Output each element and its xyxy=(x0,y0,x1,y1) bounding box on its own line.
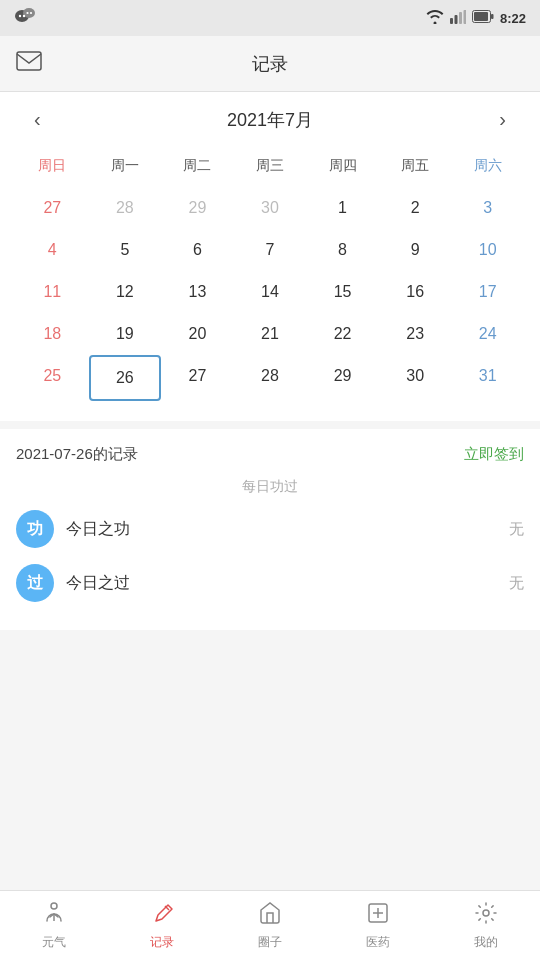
calendar-day[interactable]: 24 xyxy=(451,313,524,355)
calendar-day[interactable]: 18 xyxy=(16,313,89,355)
svg-point-2 xyxy=(19,14,21,16)
calendar-day[interactable]: 23 xyxy=(379,313,452,355)
gong-label: 今日之功 xyxy=(66,519,509,540)
calendar-day[interactable]: 12 xyxy=(89,271,162,313)
status-right: 8:22 xyxy=(426,10,526,27)
svg-point-5 xyxy=(30,11,32,13)
calendar-day[interactable]: 29 xyxy=(161,187,234,229)
calendar-day[interactable]: 30 xyxy=(234,187,307,229)
dow-sunday: 周日 xyxy=(16,151,89,181)
gong-badge: 功 xyxy=(16,510,54,548)
dow-friday: 周五 xyxy=(379,151,452,181)
status-bar: 8:22 xyxy=(0,0,540,36)
bottom-nav: 元气 记录 圈子 医药 xyxy=(0,890,540,960)
top-bar: 记录 xyxy=(0,36,540,92)
calendar-header: ‹ 2021年7月 › xyxy=(16,104,524,135)
svg-rect-11 xyxy=(474,12,488,21)
page-title: 记录 xyxy=(252,52,288,76)
calendar-day[interactable]: 10 xyxy=(451,229,524,271)
dow-thursday: 周四 xyxy=(306,151,379,181)
calendar-day[interactable]: 9 xyxy=(379,229,452,271)
calendar-day[interactable]: 31 xyxy=(451,355,524,401)
calendar-day[interactable]: 2 xyxy=(379,187,452,229)
calendar-day[interactable]: 3 xyxy=(451,187,524,229)
calendar-day[interactable]: 16 xyxy=(379,271,452,313)
dow-monday: 周一 xyxy=(89,151,162,181)
calendar-day[interactable]: 26 xyxy=(89,355,162,401)
jilu-label: 记录 xyxy=(150,934,174,951)
svg-rect-12 xyxy=(491,14,494,19)
records-header: 2021-07-26的记录 立即签到 xyxy=(16,445,524,464)
nav-yiyao[interactable]: 医药 xyxy=(324,901,432,951)
daily-title: 每日功过 xyxy=(16,478,524,496)
svg-rect-6 xyxy=(450,18,453,24)
calendar-day[interactable]: 19 xyxy=(89,313,162,355)
svg-point-3 xyxy=(23,14,25,16)
nav-quanzi[interactable]: 圈子 xyxy=(216,901,324,951)
yiyao-label: 医药 xyxy=(366,934,390,951)
wode-label: 我的 xyxy=(474,934,498,951)
guo-badge: 过 xyxy=(16,564,54,602)
calendar-day[interactable]: 6 xyxy=(161,229,234,271)
calendar-day[interactable]: 15 xyxy=(306,271,379,313)
svg-rect-7 xyxy=(454,15,457,24)
calendar-day[interactable]: 14 xyxy=(234,271,307,313)
gong-record-item: 功 今日之功 无 xyxy=(16,510,524,548)
wechat-icon xyxy=(14,5,36,32)
calendar-day[interactable]: 1 xyxy=(306,187,379,229)
calendar-container: ‹ 2021年7月 › 周日 周一 周二 周三 周四 周五 周六 2728293… xyxy=(0,92,540,421)
calendar-day[interactable]: 5 xyxy=(89,229,162,271)
nav-yuanqi[interactable]: 元气 xyxy=(0,901,108,951)
dow-wednesday: 周三 xyxy=(234,151,307,181)
svg-rect-9 xyxy=(463,10,466,24)
calendar-day[interactable]: 11 xyxy=(16,271,89,313)
calendar-day[interactable]: 27 xyxy=(16,187,89,229)
dow-saturday: 周六 xyxy=(451,151,524,181)
records-section: 2021-07-26的记录 立即签到 每日功过 功 今日之功 无 过 今日之过 … xyxy=(0,429,540,630)
svg-point-4 xyxy=(26,11,28,13)
wode-icon xyxy=(474,901,498,931)
guo-value: 无 xyxy=(509,574,524,593)
mail-icon[interactable] xyxy=(16,51,42,77)
prev-month-button[interactable]: ‹ xyxy=(24,104,51,135)
calendar-day[interactable]: 20 xyxy=(161,313,234,355)
yuanqi-label: 元气 xyxy=(42,934,66,951)
nav-wode[interactable]: 我的 xyxy=(432,901,540,951)
time-display: 8:22 xyxy=(500,11,526,26)
calendar-grid: 2728293012345678910111213141516171819202… xyxy=(16,187,524,401)
quanzi-label: 圈子 xyxy=(258,934,282,951)
calendar-day[interactable]: 22 xyxy=(306,313,379,355)
calendar-day[interactable]: 4 xyxy=(16,229,89,271)
quanzi-icon xyxy=(258,901,282,931)
calendar-day[interactable]: 8 xyxy=(306,229,379,271)
jilu-icon xyxy=(150,901,174,931)
signal-icon xyxy=(450,10,466,27)
dow-tuesday: 周二 xyxy=(161,151,234,181)
svg-rect-8 xyxy=(459,12,462,24)
calendar-day[interactable]: 28 xyxy=(234,355,307,401)
records-date: 2021-07-26的记录 xyxy=(16,445,138,464)
battery-icon xyxy=(472,10,494,26)
yuanqi-icon xyxy=(42,901,66,931)
svg-point-14 xyxy=(51,903,57,909)
wifi-icon xyxy=(426,10,444,27)
calendar-day[interactable]: 21 xyxy=(234,313,307,355)
checkin-button[interactable]: 立即签到 xyxy=(464,445,524,464)
svg-rect-13 xyxy=(17,52,41,70)
calendar-day[interactable]: 27 xyxy=(161,355,234,401)
calendar-days-of-week: 周日 周一 周二 周三 周四 周五 周六 xyxy=(16,151,524,181)
calendar-day[interactable]: 30 xyxy=(379,355,452,401)
nav-jilu[interactable]: 记录 xyxy=(108,901,216,951)
calendar-day[interactable]: 17 xyxy=(451,271,524,313)
calendar-day[interactable]: 13 xyxy=(161,271,234,313)
calendar-title: 2021年7月 xyxy=(227,108,313,132)
status-left xyxy=(14,5,36,32)
guo-record-item: 过 今日之过 无 xyxy=(16,564,524,602)
calendar-day[interactable]: 28 xyxy=(89,187,162,229)
gong-value: 无 xyxy=(509,520,524,539)
calendar-day[interactable]: 29 xyxy=(306,355,379,401)
calendar-day[interactable]: 25 xyxy=(16,355,89,401)
svg-point-20 xyxy=(483,910,489,916)
calendar-day[interactable]: 7 xyxy=(234,229,307,271)
next-month-button[interactable]: › xyxy=(489,104,516,135)
